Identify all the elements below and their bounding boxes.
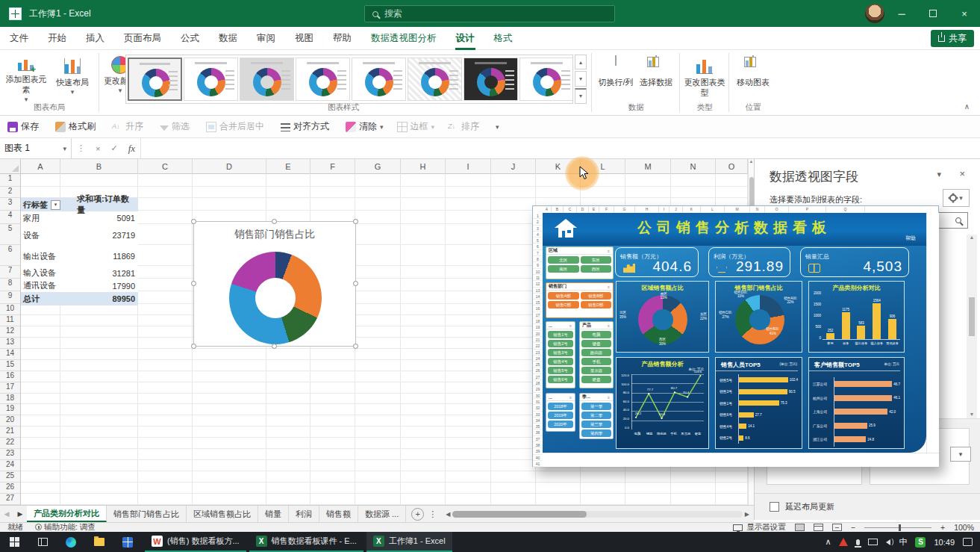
tools-button[interactable]: ▾ [943,189,970,207]
slicer-button[interactable]: 销售5号 [548,367,573,374]
ribbon-tab[interactable]: 审阅 [247,27,285,50]
page-layout-view-icon[interactable] [814,524,823,531]
pivot-row[interactable]: 设备 23719 [21,225,138,246]
tab-options-icon[interactable]: ⋮ [428,509,437,519]
chart-style-thumbnail[interactable] [240,58,294,101]
slicer-button[interactable]: 销售6号 [548,376,573,383]
ime-icon[interactable]: 中 [899,536,907,548]
column-header[interactable]: E [266,159,310,174]
zoom-out-icon[interactable]: − [851,523,855,532]
row-header[interactable]: 16 [0,371,20,382]
pivot-row[interactable]: 通讯设备 17990 [21,279,138,292]
column-header[interactable]: H [401,159,446,174]
slicer-button[interactable]: 销售4号 [548,358,573,365]
column-header[interactable]: D [193,159,266,174]
row-header[interactable]: 4 [0,211,20,224]
row-header[interactable]: 17 [0,382,20,394]
select-data-button[interactable]: 选择数据 [636,55,676,104]
wps-tray-icon[interactable] [839,538,848,546]
slicer-button[interactable]: 2018年 [548,403,573,410]
sheet-tab[interactable]: 产品类别分析对比 [27,506,107,522]
row-header[interactable]: 14 [0,349,20,360]
slicer-button[interactable]: 南区 [548,265,579,273]
avatar[interactable] [865,4,884,23]
scrollbar-thumb[interactable] [452,511,587,518]
donut-chart[interactable] [229,252,322,344]
row-header[interactable]: 20 [0,415,20,427]
enter-icon[interactable]: ✓ [105,143,122,153]
slicer-button[interactable]: 路由器 [581,349,611,356]
selection-handle[interactable] [191,281,196,286]
row-header[interactable]: 1 [0,174,20,187]
slicer-button[interactable]: 第一季 [581,403,611,410]
store-app-button[interactable] [113,532,142,552]
chart-style-thumbnail[interactable] [408,58,462,101]
hscroll-right-icon[interactable]: ▶ [745,511,749,518]
qat-button[interactable]: 格式刷 [55,120,99,133]
qat-button[interactable]: 排序 [448,120,482,133]
slicer-button[interactable]: 销售1号 [548,331,573,338]
slicer-button[interactable]: 北区 [548,256,579,264]
quick-layout-button[interactable]: 快速布局▾ [51,55,94,104]
row-header[interactable]: 23 [0,449,20,460]
task-view-button[interactable] [28,532,57,552]
row-header[interactable]: 22 [0,438,20,449]
row-header[interactable]: 27 [0,494,20,505]
slicer-year[interactable]: ...≡ 2018年2019年2020年 [546,393,575,432]
slicer-button[interactable]: 销售D部 [581,301,612,308]
selection-handle[interactable] [353,344,358,349]
column-header[interactable]: C [138,159,193,174]
qat-button[interactable]: 合并后居中 [206,120,267,133]
slicer-button[interactable]: 显示器 [581,367,611,374]
filter-dropdown-icon[interactable]: ▾ [51,200,60,210]
column-header[interactable]: G [355,159,401,174]
row-header[interactable]: 9 [0,291,20,304]
chart-title[interactable]: 销售部门销售占比 [194,228,355,241]
column-header[interactable]: M [625,159,671,174]
gallery-up-button[interactable]: ▴ [575,55,587,69]
pane-collapse-icon[interactable]: ▾ [937,170,941,179]
gallery-more-button[interactable]: ▾ [575,88,587,104]
ribbon-tab[interactable]: 公式 [171,27,209,50]
help-link[interactable]: 帮助 [905,235,916,242]
sheet-tab[interactable]: 销量 [258,506,289,522]
column-header[interactable]: I [446,159,491,174]
fields-scrollbar[interactable]: ▲ ▼ [967,235,977,418]
column-header[interactable]: F [310,159,355,174]
page-break-view-icon[interactable] [832,524,842,531]
tray-expand-icon[interactable]: ∧ [825,537,831,547]
defer-layout-checkbox[interactable] [770,502,779,512]
taskbar-app-button[interactable]: W (销售) 数据看板方... [145,532,246,552]
row-header[interactable]: 11 [0,315,20,326]
slicer-button[interactable]: 第三季 [581,421,611,428]
qat-button[interactable]: 保存 [7,120,42,133]
normal-view-icon[interactable] [795,524,805,531]
ribbon-tab[interactable]: 格式 [484,27,522,50]
selection-handle[interactable] [353,281,358,286]
row-header[interactable]: 7 [0,266,20,279]
selection-handle[interactable] [272,344,277,349]
column-header[interactable]: B [60,159,138,174]
volume-icon[interactable] [886,539,890,545]
row-header[interactable]: 15 [0,360,20,371]
row-header[interactable]: 12 [0,326,20,338]
qat-button[interactable]: 对齐方式 [281,120,332,133]
qat-button[interactable]: 清除 ▾ [346,120,384,133]
tabs-nav-left-icon[interactable]: ◀ [0,506,13,522]
slicer-button[interactable]: 销售2号 [548,340,573,347]
row-header[interactable]: 21 [0,427,20,438]
microphone-icon[interactable] [856,539,860,545]
ribbon-tab[interactable]: 帮助 [323,27,361,50]
pivot-row[interactable]: 输入设备 31281 [21,267,138,279]
chart-style-thumbnail[interactable] [352,58,406,101]
pivot-row[interactable]: 家用 5091 [21,211,138,225]
slicer-salesperson[interactable]: ...≡ 销售1号销售2号销售3号销售4号销售5号销售6号 [546,321,575,388]
pivot-values-header[interactable]: 求和项:订单数量 [77,198,138,211]
switch-row-column-button[interactable]: 切换行/列 [596,55,636,104]
add-chart-element-button[interactable]: + 添加图表元素▾ [4,55,48,104]
slicer-button[interactable]: 销售B部 [581,292,612,300]
qat-button[interactable]: 升序 [112,120,146,133]
selection-handle[interactable] [191,344,196,349]
selection-handle[interactable] [191,219,196,224]
slicer-button[interactable]: 硬盘 [581,376,611,383]
